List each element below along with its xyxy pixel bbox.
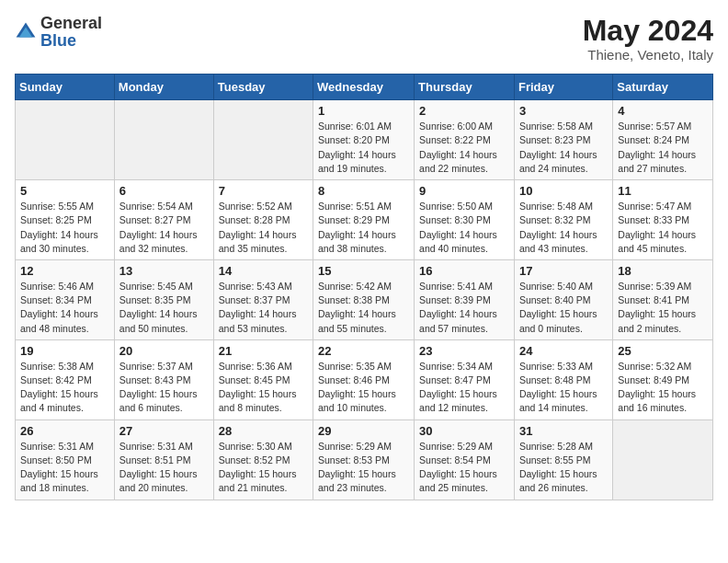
day-number: 4 (618, 104, 708, 118)
calendar-cell: 11Sunrise: 5:47 AM Sunset: 8:33 PM Dayli… (613, 180, 713, 260)
day-number: 19 (20, 344, 109, 358)
day-number: 9 (419, 184, 509, 198)
calendar-cell: 9Sunrise: 5:50 AM Sunset: 8:30 PM Daylig… (415, 180, 515, 260)
day-info: Sunrise: 5:54 AM Sunset: 8:27 PM Dayligh… (119, 200, 209, 256)
day-info: Sunrise: 5:37 AM Sunset: 8:43 PM Dayligh… (119, 360, 209, 416)
day-info: Sunrise: 5:48 AM Sunset: 8:32 PM Dayligh… (519, 200, 608, 256)
calendar-week-3: 12Sunrise: 5:46 AM Sunset: 8:34 PM Dayli… (16, 259, 713, 339)
calendar-cell: 19Sunrise: 5:38 AM Sunset: 8:42 PM Dayli… (16, 339, 115, 419)
calendar-cell: 4Sunrise: 5:57 AM Sunset: 8:24 PM Daylig… (613, 100, 713, 180)
weekday-header-wednesday: Wednesday (313, 75, 415, 100)
calendar-cell: 12Sunrise: 5:46 AM Sunset: 8:34 PM Dayli… (16, 259, 115, 339)
calendar-cell: 8Sunrise: 5:51 AM Sunset: 8:29 PM Daylig… (313, 180, 415, 260)
day-number: 24 (519, 344, 608, 358)
day-number: 17 (519, 264, 608, 278)
calendar-cell: 10Sunrise: 5:48 AM Sunset: 8:32 PM Dayli… (514, 180, 612, 260)
calendar-cell: 28Sunrise: 5:30 AM Sunset: 8:52 PM Dayli… (213, 419, 313, 500)
weekday-header-thursday: Thursday (415, 75, 515, 100)
day-info: Sunrise: 5:41 AM Sunset: 8:39 PM Dayligh… (419, 280, 509, 336)
day-number: 1 (318, 104, 409, 118)
day-number: 26 (20, 424, 109, 438)
header-row: SundayMondayTuesdayWednesdayThursdayFrid… (16, 75, 713, 100)
calendar-cell: 22Sunrise: 5:35 AM Sunset: 8:46 PM Dayli… (313, 339, 415, 419)
calendar-cell: 23Sunrise: 5:34 AM Sunset: 8:47 PM Dayli… (415, 339, 515, 419)
logo: General Blue (15, 15, 102, 50)
day-info: Sunrise: 5:29 AM Sunset: 8:54 PM Dayligh… (419, 440, 509, 496)
day-info: Sunrise: 5:40 AM Sunset: 8:40 PM Dayligh… (519, 280, 608, 336)
weekday-header-friday: Friday (514, 75, 612, 100)
day-info: Sunrise: 6:00 AM Sunset: 8:22 PM Dayligh… (419, 120, 509, 176)
calendar-cell: 18Sunrise: 5:39 AM Sunset: 8:41 PM Dayli… (613, 259, 713, 339)
calendar-cell: 1Sunrise: 6:01 AM Sunset: 8:20 PM Daylig… (313, 100, 415, 180)
calendar-cell (213, 100, 313, 180)
day-info: Sunrise: 5:45 AM Sunset: 8:35 PM Dayligh… (119, 280, 209, 336)
calendar-cell (613, 419, 713, 500)
day-info: Sunrise: 5:29 AM Sunset: 8:53 PM Dayligh… (318, 440, 409, 496)
calendar-cell: 31Sunrise: 5:28 AM Sunset: 8:55 PM Dayli… (514, 419, 612, 500)
day-info: Sunrise: 5:34 AM Sunset: 8:47 PM Dayligh… (419, 360, 509, 416)
day-number: 14 (219, 264, 308, 278)
day-number: 21 (219, 344, 308, 358)
day-number: 13 (119, 264, 209, 278)
calendar-cell: 2Sunrise: 6:00 AM Sunset: 8:22 PM Daylig… (415, 100, 515, 180)
day-number: 30 (419, 424, 509, 438)
logo-icon (15, 21, 37, 43)
calendar-cell: 27Sunrise: 5:31 AM Sunset: 8:51 PM Dayli… (114, 419, 213, 500)
title-block: May 2024 Thiene, Veneto, Italy (583, 15, 713, 63)
calendar-cell: 26Sunrise: 5:31 AM Sunset: 8:50 PM Dayli… (16, 419, 115, 500)
day-number: 28 (219, 424, 308, 438)
day-number: 3 (519, 104, 608, 118)
weekday-header-monday: Monday (114, 75, 213, 100)
day-info: Sunrise: 5:58 AM Sunset: 8:23 PM Dayligh… (519, 120, 608, 176)
calendar-cell: 17Sunrise: 5:40 AM Sunset: 8:40 PM Dayli… (514, 259, 612, 339)
calendar-cell (16, 100, 115, 180)
day-number: 31 (519, 424, 608, 438)
day-info: Sunrise: 5:43 AM Sunset: 8:37 PM Dayligh… (219, 280, 308, 336)
day-number: 5 (20, 184, 109, 198)
day-info: Sunrise: 5:36 AM Sunset: 8:45 PM Dayligh… (219, 360, 308, 416)
day-number: 23 (419, 344, 509, 358)
weekday-header-saturday: Saturday (613, 75, 713, 100)
day-number: 2 (419, 104, 509, 118)
calendar-body: 1Sunrise: 6:01 AM Sunset: 8:20 PM Daylig… (16, 100, 713, 500)
day-info: Sunrise: 5:51 AM Sunset: 8:29 PM Dayligh… (318, 200, 409, 256)
day-info: Sunrise: 5:52 AM Sunset: 8:28 PM Dayligh… (219, 200, 308, 256)
calendar-table: SundayMondayTuesdayWednesdayThursdayFrid… (15, 74, 713, 500)
calendar-cell: 30Sunrise: 5:29 AM Sunset: 8:54 PM Dayli… (415, 419, 515, 500)
calendar-cell: 13Sunrise: 5:45 AM Sunset: 8:35 PM Dayli… (114, 259, 213, 339)
day-info: Sunrise: 5:31 AM Sunset: 8:51 PM Dayligh… (119, 440, 209, 496)
day-info: Sunrise: 5:47 AM Sunset: 8:33 PM Dayligh… (618, 200, 708, 256)
day-number: 18 (618, 264, 708, 278)
day-number: 22 (318, 344, 409, 358)
day-number: 12 (20, 264, 109, 278)
page-header: General Blue May 2024 Thiene, Veneto, It… (15, 15, 713, 63)
calendar-cell: 29Sunrise: 5:29 AM Sunset: 8:53 PM Dayli… (313, 419, 415, 500)
calendar-cell: 14Sunrise: 5:43 AM Sunset: 8:37 PM Dayli… (213, 259, 313, 339)
day-info: Sunrise: 5:38 AM Sunset: 8:42 PM Dayligh… (20, 360, 109, 416)
calendar-cell: 24Sunrise: 5:33 AM Sunset: 8:48 PM Dayli… (514, 339, 612, 419)
day-info: Sunrise: 6:01 AM Sunset: 8:20 PM Dayligh… (318, 120, 409, 176)
calendar-header: SundayMondayTuesdayWednesdayThursdayFrid… (16, 75, 713, 100)
calendar-cell (114, 100, 213, 180)
weekday-header-sunday: Sunday (16, 75, 115, 100)
calendar-week-1: 1Sunrise: 6:01 AM Sunset: 8:20 PM Daylig… (16, 100, 713, 180)
day-info: Sunrise: 5:55 AM Sunset: 8:25 PM Dayligh… (20, 200, 109, 256)
day-number: 15 (318, 264, 409, 278)
day-number: 7 (219, 184, 308, 198)
day-info: Sunrise: 5:42 AM Sunset: 8:38 PM Dayligh… (318, 280, 409, 336)
logo-text-general: General (40, 14, 102, 32)
logo-text-blue: Blue (40, 31, 76, 50)
day-number: 20 (119, 344, 209, 358)
day-info: Sunrise: 5:35 AM Sunset: 8:46 PM Dayligh… (318, 360, 409, 416)
day-info: Sunrise: 5:39 AM Sunset: 8:41 PM Dayligh… (618, 280, 708, 336)
day-info: Sunrise: 5:33 AM Sunset: 8:48 PM Dayligh… (519, 360, 608, 416)
calendar-week-5: 26Sunrise: 5:31 AM Sunset: 8:50 PM Dayli… (16, 419, 713, 500)
calendar-cell: 25Sunrise: 5:32 AM Sunset: 8:49 PM Dayli… (613, 339, 713, 419)
calendar-cell: 21Sunrise: 5:36 AM Sunset: 8:45 PM Dayli… (213, 339, 313, 419)
calendar-week-2: 5Sunrise: 5:55 AM Sunset: 8:25 PM Daylig… (16, 180, 713, 260)
day-info: Sunrise: 5:32 AM Sunset: 8:49 PM Dayligh… (618, 360, 708, 416)
calendar-cell: 6Sunrise: 5:54 AM Sunset: 8:27 PM Daylig… (114, 180, 213, 260)
day-info: Sunrise: 5:46 AM Sunset: 8:34 PM Dayligh… (20, 280, 109, 336)
day-info: Sunrise: 5:50 AM Sunset: 8:30 PM Dayligh… (419, 200, 509, 256)
weekday-header-tuesday: Tuesday (213, 75, 313, 100)
